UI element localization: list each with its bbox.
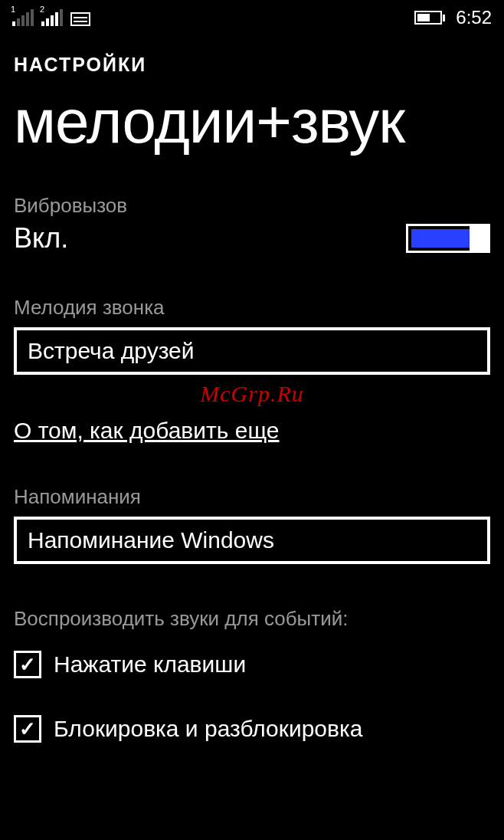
section-label: НАСТРОЙКИ	[14, 54, 490, 76]
checkbox-keypress-label: Нажатие клавиши	[54, 651, 246, 678]
vibrate-toggle[interactable]	[406, 224, 490, 253]
reminders-group: Напоминания Напоминание Windows	[14, 485, 490, 564]
watermark-text: McGrp.Ru	[14, 381, 490, 407]
vibrate-group: Вибровызов Вкл.	[14, 194, 490, 254]
sim2-signal: 2	[41, 9, 63, 26]
checkbox-lock[interactable]: ✓ Блокировка и разблокировка	[14, 715, 490, 743]
reminders-select[interactable]: Напоминание Windows	[14, 517, 490, 564]
notification-icon	[70, 12, 90, 26]
sim2-label: 2	[40, 5, 44, 14]
sim1-label: 1	[11, 5, 15, 14]
sounds-label: Воспроизводить звуки для событий:	[14, 607, 490, 631]
reminders-label: Напоминания	[14, 485, 490, 509]
checkmark-icon: ✓	[19, 655, 36, 674]
battery-icon	[414, 11, 445, 25]
status-left: 1 2	[12, 9, 90, 26]
ringtone-select[interactable]: Встреча друзей	[14, 327, 490, 375]
ringtone-label: Мелодия звонка	[14, 296, 490, 320]
sim1-signal: 1	[12, 9, 34, 26]
status-right: 6:52	[414, 7, 492, 28]
checkbox-lock-box: ✓	[14, 715, 41, 743]
page-title: мелодии+звук	[14, 87, 490, 157]
status-bar: 1 2	[0, 0, 504, 32]
clock: 6:52	[456, 7, 492, 28]
add-more-link[interactable]: О том, как добавить еще	[14, 418, 279, 444]
checkmark-icon: ✓	[19, 719, 36, 739]
vibrate-label: Вибровызов	[14, 194, 490, 218]
vibrate-value: Вкл.	[14, 222, 68, 254]
checkbox-keypress[interactable]: ✓ Нажатие клавиши	[14, 651, 490, 678]
sounds-section: Воспроизводить звуки для событий: ✓ Нажа…	[14, 607, 490, 743]
checkbox-lock-label: Блокировка и разблокировка	[54, 716, 362, 742]
ringtone-group: Мелодия звонка Встреча друзей	[14, 296, 490, 375]
checkbox-keypress-box: ✓	[14, 651, 41, 678]
